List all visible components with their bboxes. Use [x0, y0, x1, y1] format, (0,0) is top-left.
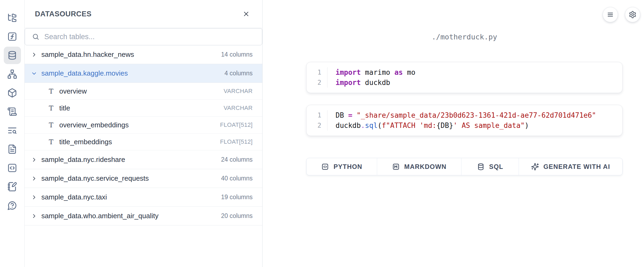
- table-column-count: 14 columns: [221, 51, 253, 58]
- add-markdown-cell-button[interactable]: MARKDOWN: [377, 158, 461, 175]
- search-tables-input[interactable]: [44, 33, 255, 41]
- code-editor[interactable]: DB = "_share/sample_data/23b0d623-1361-4…: [328, 110, 596, 131]
- notebook-filename[interactable]: ./motherduck.py: [306, 33, 623, 41]
- table-row[interactable]: sample_data.nyc.service_requests40 colum…: [25, 169, 262, 188]
- code-editor[interactable]: import marimo as moimport duckdb: [328, 67, 415, 88]
- chevron-right-icon: [31, 52, 37, 58]
- code-token: import: [336, 68, 361, 76]
- code-token: [352, 111, 357, 119]
- panel-title: DATASOURCES: [35, 10, 92, 18]
- sql-database-icon: [477, 163, 485, 171]
- help-chat-icon: [7, 201, 17, 210]
- notebook-menu-button[interactable]: [603, 7, 618, 22]
- documentation-icon: [7, 144, 17, 154]
- column-type: VARCHAR: [224, 88, 253, 95]
- add-cell-toolbar: PYTHON MARKDOWN SQL GENERATE WITH AI: [306, 158, 623, 175]
- rail-item-datasources[interactable]: [4, 47, 21, 64]
- code-token: marimo: [361, 68, 394, 76]
- table-column-count: 40 columns: [221, 175, 253, 182]
- logs-icon: [7, 107, 17, 117]
- column-row[interactable]: TtitleVARCHAR: [25, 100, 262, 117]
- gear-icon: [629, 11, 636, 18]
- table-row[interactable]: sample_data.who.ambient_air_quality20 co…: [25, 207, 262, 225]
- code-token: import: [336, 79, 361, 87]
- rail-item-variables[interactable]: [4, 28, 21, 45]
- rail-item-logs[interactable]: [4, 103, 21, 120]
- generate-with-ai-button[interactable]: GENERATE WITH AI: [519, 158, 622, 175]
- table-column-count: 20 columns: [221, 212, 253, 220]
- line-number: 1: [307, 67, 327, 77]
- text-type-icon: T: [49, 104, 53, 112]
- table-name: sample_data.who.ambient_air_quality: [41, 212, 159, 220]
- code-token: duckdb: [361, 79, 390, 87]
- log-search-icon: [7, 125, 17, 135]
- add-python-label: PYTHON: [333, 163, 362, 170]
- table-row[interactable]: sample_data.nyc.rideshare24 columns: [25, 150, 262, 169]
- code-cell[interactable]: 12 DB = "_share/sample_data/23b0d623-136…: [306, 105, 623, 136]
- rail-item-snippets[interactable]: [4, 159, 21, 177]
- table-row[interactable]: sample_data.hn.hacker_news14 columns: [25, 45, 262, 64]
- column-row[interactable]: Ttitle_embeddingsFLOAT[512]: [25, 134, 262, 150]
- scratchpad-icon: [7, 182, 17, 192]
- sparkles-icon: [531, 163, 539, 171]
- notebook-content: ./motherduck.py 12 import marimo as moim…: [306, 0, 623, 175]
- add-markdown-label: MARKDOWN: [404, 163, 447, 170]
- column-name: overview: [59, 87, 87, 95]
- rail-item-dependencies[interactable]: [4, 65, 21, 83]
- column-row[interactable]: Toverview_embeddingsFLOAT[512]: [25, 117, 262, 134]
- code-token: .: [361, 121, 365, 129]
- snippets-icon: [7, 163, 17, 173]
- code-line: import marimo as mo: [336, 67, 415, 77]
- datasources-panel: DATASOURCES sample_data.hn.hacker_news14…: [25, 0, 263, 267]
- settings-button[interactable]: [625, 7, 640, 22]
- line-number: 2: [307, 120, 327, 131]
- rail-item-documentation[interactable]: [4, 140, 21, 158]
- code-token: f"ATTACH 'md:: [382, 121, 436, 129]
- code-token: {DB}: [436, 121, 453, 129]
- rail-item-file-explorer[interactable]: [4, 9, 21, 27]
- column-type: VARCHAR: [224, 105, 253, 112]
- code-cell[interactable]: 12 import marimo as moimport duckdb: [306, 62, 623, 93]
- rail-item-help[interactable]: [4, 197, 21, 214]
- text-type-icon: T: [49, 138, 53, 146]
- text-type-icon: T: [49, 121, 53, 129]
- packages-icon: [7, 88, 17, 98]
- header-actions: [603, 7, 640, 22]
- close-icon: [242, 10, 250, 18]
- rail-item-log-search[interactable]: [4, 122, 21, 139]
- table-name: sample_data.hn.hacker_news: [41, 50, 134, 59]
- left-icon-rail: [0, 0, 25, 267]
- table-row[interactable]: sample_data.kaggle.movies4 columns: [25, 64, 262, 83]
- close-panel-button[interactable]: [240, 8, 252, 20]
- table-column-count: 19 columns: [221, 194, 253, 201]
- notebook-main: ./motherduck.py 12 import marimo as moim…: [263, 0, 644, 267]
- table-name: sample_data.kaggle.movies: [41, 69, 128, 77]
- line-number-gutter: 12: [307, 67, 328, 88]
- table-column-count: 4 columns: [224, 70, 253, 77]
- code-token: (: [378, 121, 382, 129]
- variables-icon: [7, 32, 17, 42]
- table-name: sample_data.nyc.taxi: [41, 193, 107, 201]
- line-number: 2: [307, 77, 327, 88]
- column-name: overview_embeddings: [59, 121, 129, 129]
- code-token: "_share/sample_data/23b0d623-1361-421d-a…: [356, 111, 596, 119]
- code-token: as: [394, 68, 403, 76]
- code-token: ): [525, 121, 529, 129]
- rail-item-scratchpad[interactable]: [4, 178, 21, 195]
- table-name: sample_data.nyc.rideshare: [41, 155, 125, 164]
- add-sql-cell-button[interactable]: SQL: [461, 158, 519, 175]
- code-line: duckdb.sql(f"ATTACH 'md:{DB}' AS sample_…: [336, 120, 596, 131]
- add-python-cell-button[interactable]: PYTHON: [307, 158, 377, 175]
- markdown-icon: [392, 163, 400, 171]
- column-name: title: [59, 104, 70, 112]
- column-row[interactable]: ToverviewVARCHAR: [25, 83, 262, 100]
- datasources-icon: [7, 50, 17, 60]
- code-token: sql: [365, 121, 378, 129]
- table-row[interactable]: sample_data.nyc.taxi19 columns: [25, 188, 262, 207]
- rail-item-packages[interactable]: [4, 84, 21, 102]
- column-type: FLOAT[512]: [220, 121, 253, 128]
- table-list: sample_data.hn.hacker_news14 columnssamp…: [25, 45, 262, 267]
- column-name: title_embeddings: [59, 138, 112, 146]
- table-column-count: 24 columns: [221, 156, 253, 163]
- dependencies-icon: [7, 69, 17, 79]
